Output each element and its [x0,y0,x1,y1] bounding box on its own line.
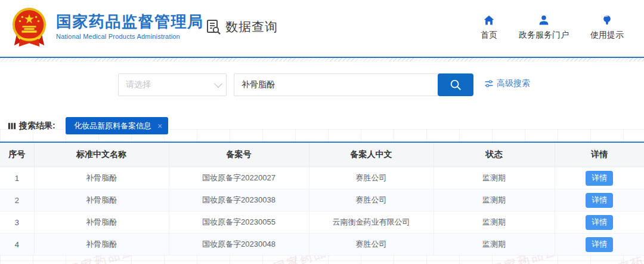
grid-icon [8,122,16,130]
cell-filer: 赛胜公司 [309,167,434,189]
top-nav: 首页 政务服务门户 使用提示 [481,14,624,41]
results-table: 序号 标准中文名称 备案号 备案人中文 状态 详情 1 补骨脂酚 国妆原备字20… [0,142,644,256]
close-icon[interactable]: × [157,122,162,130]
detail-button[interactable]: 详情 [586,237,613,252]
cell-name: 补骨脂酚 [34,211,169,234]
col-header-filing-no: 备案号 [169,143,309,167]
lightbulb-icon [601,14,613,26]
col-header-status: 状态 [434,143,555,167]
cell-index: 2 [0,189,34,211]
search-results-text: 搜索结果: [19,121,55,131]
cell-filing-no: 国妆原备字20230038 [169,189,309,211]
page: 国家药品监督管理局 国家药品监督管理局 国家药品监督管理局 国家药品监督管理局 … [0,0,644,264]
category-select[interactable]: 请选择 [118,73,227,96]
cell-status: 监测期 [434,234,555,256]
advanced-search-label: 高级搜索 [497,78,530,89]
cell-filer: 赛胜公司 [309,234,434,256]
cell-filing-no: 国妆原备字20220027 [169,167,309,189]
cell-filer: 赛胜公司 [309,189,434,211]
chevron-down-icon [214,79,222,88]
table-row: 3 补骨脂酚 国妆原备字20230055 云南衡金药业有限公司 监测期 详情 [0,211,644,234]
nav-label: 首页 [481,30,497,41]
advanced-search-link[interactable]: 高级搜索 [484,78,530,89]
detail-button[interactable]: 详情 [586,171,613,186]
national-emblem-logo [11,7,48,49]
cell-name: 补骨脂酚 [34,189,169,211]
cell-status: 监测期 [434,211,555,234]
table-header-row: 序号 标准中文名称 备案号 备案人中文 状态 详情 [0,143,644,167]
search-results-label: 搜索结果: [8,121,55,131]
org-name-en: National Medical Products Administration [56,33,204,40]
cell-filing-no: 国妆原备字20230055 [169,211,309,234]
table-row: 4 补骨脂酚 国妆原备字20230048 赛胜公司 监测期 详情 [0,234,644,256]
nav-item-gov-service-portal[interactable]: 政务服务门户 [519,14,569,41]
cell-filer: 云南衡金药业有限公司 [309,211,434,234]
table-row: 2 补骨脂酚 国妆原备字20230038 赛胜公司 监测期 详情 [0,189,644,211]
cell-filing-no: 国妆原备字20230048 [169,234,309,256]
org-name-zh: 国家药品监督管理局 [56,12,204,31]
col-header-filer: 备案人中文 [309,143,434,167]
col-header-name: 标准中文名称 [34,143,169,167]
nav-label: 政务服务门户 [519,30,569,41]
cell-index: 1 [0,167,34,189]
cell-index: 4 [0,234,34,256]
data-query-icon [205,19,222,35]
detail-button[interactable]: 详情 [586,215,613,230]
category-select-placeholder: 请选择 [126,79,151,90]
user-icon [538,14,550,26]
nav-item-home[interactable]: 首页 [481,14,497,41]
app-title-text: 数据查询 [225,19,278,35]
result-category-tag[interactable]: 化妆品新原料备案信息 × [66,117,168,134]
search-icon [449,78,462,91]
search-input[interactable] [234,73,438,96]
header: 国家药品监督管理局 National Medical Products Admi… [0,0,644,57]
nav-label: 使用提示 [590,30,624,41]
search-button[interactable] [438,73,473,96]
col-header-index: 序号 [0,143,34,167]
cell-name: 补骨脂酚 [34,167,169,189]
cell-status: 监测期 [434,167,555,189]
cell-index: 3 [0,211,34,234]
app-title: 数据查询 [205,19,278,35]
home-icon [483,14,495,26]
detail-button[interactable]: 详情 [586,193,613,208]
cell-status: 监测期 [434,189,555,211]
result-tag-label: 化妆品新原料备案信息 [74,121,151,131]
filter-sliders-icon [484,79,494,88]
nav-item-usage-tips[interactable]: 使用提示 [590,14,624,41]
brand-block: 国家药品监督管理局 National Medical Products Admi… [56,12,204,40]
cell-name: 补骨脂酚 [34,234,169,256]
col-header-detail: 详情 [555,143,644,167]
header-divider-hatch [0,58,644,62]
table-row: 1 补骨脂酚 国妆原备字20220027 赛胜公司 监测期 详情 [0,167,644,189]
